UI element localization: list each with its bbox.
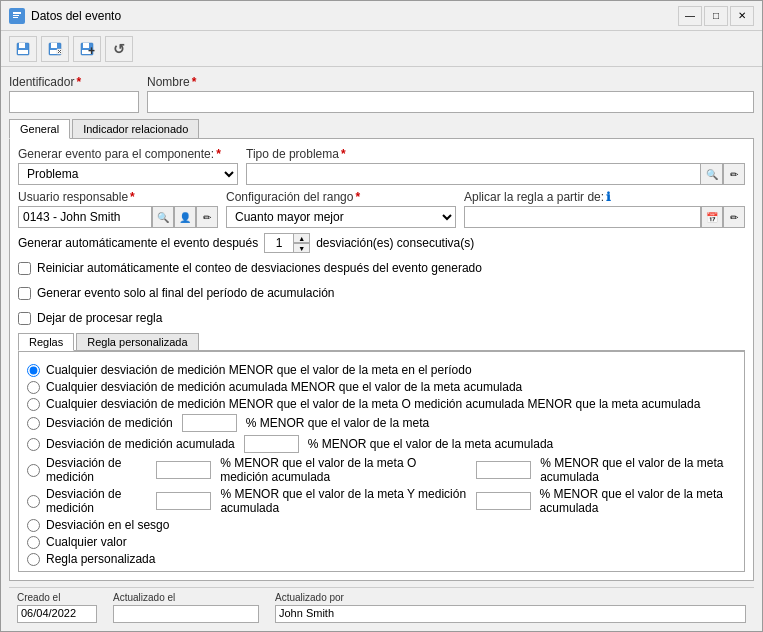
minimize-button[interactable]: — xyxy=(678,6,702,26)
actualizado-input[interactable] xyxy=(113,605,259,623)
spinner-down[interactable]: ▼ xyxy=(294,243,310,253)
radio-6-input2[interactable] xyxy=(476,461,531,479)
checkbox-3[interactable] xyxy=(18,312,31,325)
creado-field: Creado el 06/04/2022 xyxy=(17,592,97,623)
radio-6[interactable] xyxy=(27,464,40,477)
generar-tipo-row: Generar evento para el componente: * Pro… xyxy=(18,147,745,185)
save-button-2[interactable] xyxy=(41,36,69,62)
title-bar: Datos del evento — □ ✕ xyxy=(1,1,762,31)
radio-7-label-after: % MENOR que el valor de la meta Y medici… xyxy=(220,487,466,515)
actualizado-label: Actualizado el xyxy=(113,592,259,603)
aplicar-group: Aplicar la regla a partir de: ℹ 📅 ✏ xyxy=(464,190,745,228)
auto-row: Generar automáticamente el evento despué… xyxy=(18,233,745,253)
maximize-button[interactable]: □ xyxy=(704,6,728,26)
radio-4-input[interactable] xyxy=(182,414,237,432)
radio-5-label-after: % MENOR que el valor de la meta acumulad… xyxy=(308,437,553,451)
radio-6-label-before: Desviación de medición xyxy=(46,456,147,484)
generar-select[interactable]: Problema xyxy=(18,163,238,185)
radio-row-10: Regla personalizada xyxy=(27,552,736,566)
svg-rect-6 xyxy=(18,50,28,54)
checkbox-2[interactable] xyxy=(18,287,31,300)
radio-8[interactable] xyxy=(27,519,40,532)
radio-6-label-after: % MENOR que el valor de la meta O medici… xyxy=(220,456,467,484)
radio-7-label-before: Desviación de medición xyxy=(46,487,147,515)
main-window: Datos del evento — □ ✕ xyxy=(0,0,763,632)
radio-row-3: Cualquier desviación de medición MENOR q… xyxy=(27,397,736,411)
usuario-person-button[interactable]: 👤 xyxy=(174,206,196,228)
window-title: Datos del evento xyxy=(31,9,678,23)
radio-row-5: Desviación de medición acumulada % MENOR… xyxy=(27,435,736,453)
radio-5[interactable] xyxy=(27,438,40,451)
svg-rect-8 xyxy=(51,43,57,48)
save-button-1[interactable] xyxy=(9,36,37,62)
config-select[interactable]: Cuanto mayor mejor xyxy=(226,206,456,228)
radio-row-1: Cualquier desviación de medición MENOR q… xyxy=(27,363,736,377)
generar-required: * xyxy=(216,147,221,161)
aplicar-edit-button[interactable]: ✏ xyxy=(723,206,745,228)
radio-2[interactable] xyxy=(27,381,40,394)
nombre-label: Nombre * xyxy=(147,75,754,89)
id-name-row: Identificador * Nombre * xyxy=(9,75,754,113)
aplicar-input[interactable] xyxy=(464,206,701,228)
radio-5-label-before: Desviación de medición acumulada xyxy=(46,437,235,451)
actualizado-por-field: Actualizado por John Smith xyxy=(275,592,746,623)
checkbox-1[interactable] xyxy=(18,262,31,275)
svg-rect-3 xyxy=(13,17,18,18)
config-label: Configuración del rango * xyxy=(226,190,456,204)
radio-3[interactable] xyxy=(27,398,40,411)
radio-9[interactable] xyxy=(27,536,40,549)
usuario-input-group: 🔍 👤 ✏ xyxy=(18,206,218,228)
checkbox-row-2: Generar evento solo al final del período… xyxy=(18,286,745,300)
nombre-input[interactable] xyxy=(147,91,754,113)
tipo-label: Tipo de problema * xyxy=(246,147,745,161)
rules-panel: Cualquier desviación de medición MENOR q… xyxy=(18,351,745,572)
radio-7-input1[interactable] xyxy=(156,492,211,510)
nombre-group: Nombre * xyxy=(147,75,754,113)
main-content: Identificador * Nombre * General Indicad… xyxy=(1,67,762,631)
usuario-input[interactable] xyxy=(18,206,152,228)
tipo-group: Tipo de problema * 🔍 ✏ xyxy=(246,147,745,185)
radio-7-input2[interactable] xyxy=(476,492,531,510)
aplicar-info-icon[interactable]: ℹ xyxy=(606,190,611,204)
identificador-required: * xyxy=(76,75,81,89)
tab-indicador[interactable]: Indicador relacionado xyxy=(72,119,199,138)
radio-4-label-after: % MENOR que el valor de la meta xyxy=(246,416,429,430)
tipo-search-button[interactable]: 🔍 xyxy=(701,163,723,185)
main-tabs: General Indicador relacionado xyxy=(9,119,754,139)
config-required: * xyxy=(355,190,360,204)
radio-6-input1[interactable] xyxy=(156,461,211,479)
radio-row-4: Desviación de medición % MENOR que el va… xyxy=(27,414,736,432)
aplicar-calendar-button[interactable]: 📅 xyxy=(701,206,723,228)
radio-row-9: Cualquier valor xyxy=(27,535,736,549)
usuario-edit-button[interactable]: ✏ xyxy=(196,206,218,228)
usuario-search-button[interactable]: 🔍 xyxy=(152,206,174,228)
actualizado-por-value: John Smith xyxy=(275,605,746,623)
radio-10[interactable] xyxy=(27,553,40,566)
generar-group: Generar evento para el componente: * Pro… xyxy=(18,147,238,185)
rules-section: Reglas Regla personalizada Cualquier des… xyxy=(18,333,745,572)
aplicar-input-group: 📅 ✏ xyxy=(464,206,745,228)
usuario-group: Usuario responsable * 🔍 👤 ✏ xyxy=(18,190,218,228)
radio-7[interactable] xyxy=(27,495,40,508)
radio-5-input[interactable] xyxy=(244,435,299,453)
radio-4[interactable] xyxy=(27,417,40,430)
radio-1[interactable] xyxy=(27,364,40,377)
rules-tabs: Reglas Regla personalizada xyxy=(18,333,745,351)
checkbox-1-label: Reiniciar automáticamente el conteo de d… xyxy=(37,261,482,275)
save-button-3[interactable]: + xyxy=(73,36,101,62)
identificador-input[interactable] xyxy=(9,91,139,113)
actualizado-por-label: Actualizado por xyxy=(275,592,746,603)
tab-general[interactable]: General xyxy=(9,119,70,139)
radio-10-label: Regla personalizada xyxy=(46,552,155,566)
radio-row-8: Desviación en el sesgo xyxy=(27,518,736,532)
spinner-input[interactable] xyxy=(264,233,294,253)
close-button[interactable]: ✕ xyxy=(730,6,754,26)
window-icon xyxy=(9,8,25,24)
spinner-up[interactable]: ▲ xyxy=(294,233,310,243)
refresh-button[interactable]: ↺ xyxy=(105,36,133,62)
rules-tab-reglas[interactable]: Reglas xyxy=(18,333,74,351)
rules-tab-personalizada[interactable]: Regla personalizada xyxy=(76,333,198,350)
tipo-input[interactable] xyxy=(246,163,701,185)
tipo-edit-button[interactable]: ✏ xyxy=(723,163,745,185)
radio-6-label-after2: % MENOR que el valor de la meta acumulad… xyxy=(540,456,736,484)
